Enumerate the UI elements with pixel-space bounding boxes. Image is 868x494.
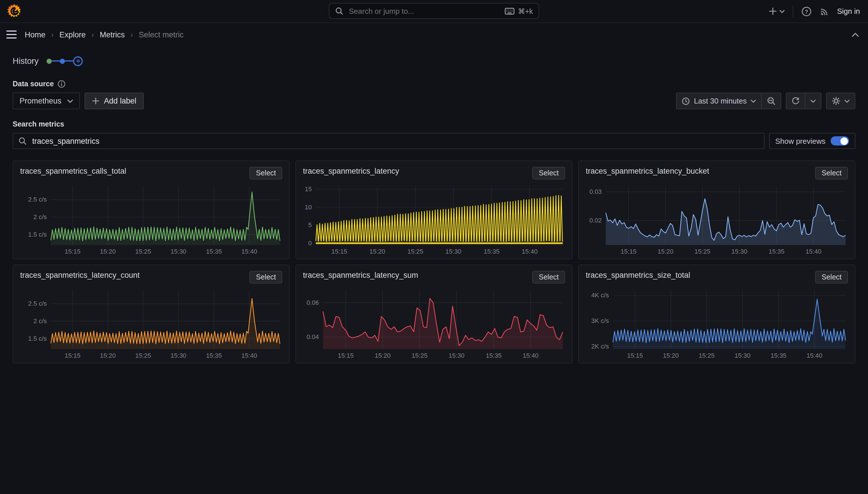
datasource-controls: Prometheus Add label	[13, 93, 144, 109]
x-tick-label: 15:20	[369, 248, 385, 255]
panel-title: traces_spanmetrics_size_total	[586, 271, 690, 280]
series-fill	[613, 299, 846, 349]
y-tick-label: 15	[305, 186, 312, 193]
keyboard-icon	[505, 7, 514, 15]
breadcrumb-bar: Home Explore Metrics Select metric	[0, 23, 868, 46]
select-metric-button[interactable]: Select	[815, 167, 848, 179]
x-tick-label: 15:30	[171, 352, 186, 359]
y-tick-label: 2 c/s	[33, 318, 46, 325]
breadcrumb: Home Explore Metrics Select metric	[25, 30, 184, 39]
metric-panel: traces_spanmetrics_latency_countSelect1.…	[13, 265, 290, 363]
zoom-out-button[interactable]	[761, 93, 781, 109]
metric-panel: traces_spanmetrics_latencySelect05101515…	[295, 160, 573, 259]
settings-button[interactable]	[827, 93, 855, 109]
history-current-dot	[76, 59, 80, 63]
x-tick-label: 15:35	[484, 248, 499, 255]
x-tick-label: 15:15	[331, 248, 347, 255]
metric-panel: traces_spanmetrics_calls_totalSelect1.5 …	[13, 160, 290, 259]
x-tick-label: 15:20	[375, 352, 391, 359]
settings-group	[826, 93, 855, 109]
x-tick-label: 15:25	[135, 352, 151, 359]
clock-icon	[682, 97, 690, 105]
mega-menu-toggle[interactable]	[6, 31, 17, 39]
x-tick-label: 15:30	[446, 248, 461, 255]
zoom-out-icon	[767, 97, 775, 105]
metric-search-input[interactable]	[31, 136, 758, 146]
history-timeline[interactable]	[46, 56, 83, 66]
metric-preview-chart[interactable]: 05101515:1515:2015:2515:3015:3515:40	[303, 185, 566, 256]
hamburger-icon	[6, 31, 17, 39]
x-tick-label: 15:15	[620, 248, 636, 255]
panel-header: traces_spanmetrics_latency_bucketSelect	[586, 167, 848, 184]
x-tick-label: 15:25	[694, 248, 710, 255]
y-tick-label: 10	[305, 204, 312, 211]
breadcrumb-metrics[interactable]: Metrics	[100, 30, 125, 39]
select-metric-button[interactable]: Select	[250, 167, 282, 179]
grafana-app: ⌘+k ? Sign in Home Explore	[0, 0, 868, 494]
panel-header: traces_spanmetrics_latencySelect	[303, 167, 565, 184]
x-tick-label: 15:35	[771, 352, 786, 359]
y-tick-label: 5	[309, 222, 312, 229]
datasource-label: Data source	[13, 80, 54, 88]
breadcrumb-separator	[51, 30, 54, 39]
top-nav-actions: ? Sign in	[769, 0, 860, 22]
x-tick-label: 15:40	[522, 248, 537, 255]
datasource-picker[interactable]: Prometheus	[13, 93, 80, 109]
x-tick-label: 15:25	[412, 352, 428, 359]
time-controls: Last 30 minutes	[676, 93, 855, 109]
x-tick-label: 15:30	[735, 352, 750, 359]
metric-panel: traces_spanmetrics_size_totalSelect2K c/…	[578, 265, 855, 363]
select-metric-button[interactable]: Select	[250, 271, 282, 284]
x-tick-label: 15:35	[769, 248, 784, 255]
refresh-interval-button[interactable]	[805, 93, 821, 109]
news-button[interactable]	[820, 6, 829, 16]
select-metric-button[interactable]: Select	[533, 271, 565, 284]
add-new-button[interactable]	[769, 7, 785, 16]
top-nav-bar: ⌘+k ? Sign in	[0, 0, 868, 23]
refresh-button[interactable]	[786, 93, 805, 109]
keyboard-shortcut-hint: ⌘+k	[505, 6, 533, 15]
metric-panel: traces_spanmetrics_latency_bucketSelect0…	[578, 160, 855, 259]
show-previews-toggle[interactable]	[831, 136, 849, 146]
y-tick-label: 2K c/s	[591, 343, 609, 350]
select-metric-button[interactable]: Select	[815, 271, 848, 284]
x-tick-label: 15:20	[100, 352, 116, 359]
collapse-toolbar-button[interactable]	[852, 33, 859, 37]
select-metric-button[interactable]: Select	[533, 167, 565, 179]
plus-icon	[769, 7, 777, 16]
breadcrumb-explore[interactable]: Explore	[59, 30, 86, 39]
metric-preview-chart[interactable]: 1.5 c/s2 c/s2.5 c/s15:1515:2015:2515:301…	[20, 185, 283, 256]
y-tick-label: 2.5 c/s	[28, 196, 47, 203]
toggle-knob	[841, 137, 848, 145]
metric-preview-chart[interactable]: 2K c/s3K c/s4K c/s15:1515:2015:2515:3015…	[586, 289, 849, 361]
metric-search-box[interactable]	[13, 133, 764, 149]
y-tick-label: 0.04	[307, 333, 319, 340]
x-tick-label: 15:30	[731, 248, 747, 255]
search-row: Show previews	[13, 133, 855, 149]
grafana-logo-icon[interactable]	[7, 3, 22, 19]
y-tick-label: 0.06	[307, 299, 319, 306]
add-label-button[interactable]: Add label	[84, 93, 144, 109]
metric-preview-chart[interactable]: 0.020.0315:1515:2015:2515:3015:3515:40	[586, 185, 849, 256]
panel-header: traces_spanmetrics_size_totalSelect	[586, 271, 848, 288]
divider	[793, 5, 793, 17]
sign-in-link[interactable]: Sign in	[837, 7, 860, 16]
info-icon	[57, 80, 65, 88]
history-step-dot[interactable]	[60, 58, 65, 63]
gear-icon	[832, 97, 841, 105]
history-current-step[interactable]	[73, 56, 83, 66]
show-previews-label: Show previews	[775, 137, 826, 145]
metric-preview-chart[interactable]: 0.040.0615:1515:2015:2515:3015:3515:40	[303, 289, 566, 361]
breadcrumb-home[interactable]: Home	[25, 30, 45, 39]
global-search-box[interactable]: ⌘+k	[329, 3, 539, 19]
global-search-input[interactable]	[348, 6, 500, 16]
x-tick-label: 15:25	[408, 248, 423, 255]
chevron-down-icon	[810, 99, 816, 103]
metric-preview-chart[interactable]: 1.5 c/s2 c/s2.5 c/s15:1515:2015:2515:301…	[20, 289, 283, 361]
history-step-dot[interactable]	[46, 58, 52, 63]
series-line	[51, 192, 280, 241]
y-tick-label: 0	[309, 240, 312, 247]
controls-row: Prometheus Add label Last 30 minutes	[13, 93, 855, 109]
time-range-picker[interactable]: Last 30 minutes	[676, 93, 761, 109]
help-button[interactable]: ?	[802, 6, 812, 16]
